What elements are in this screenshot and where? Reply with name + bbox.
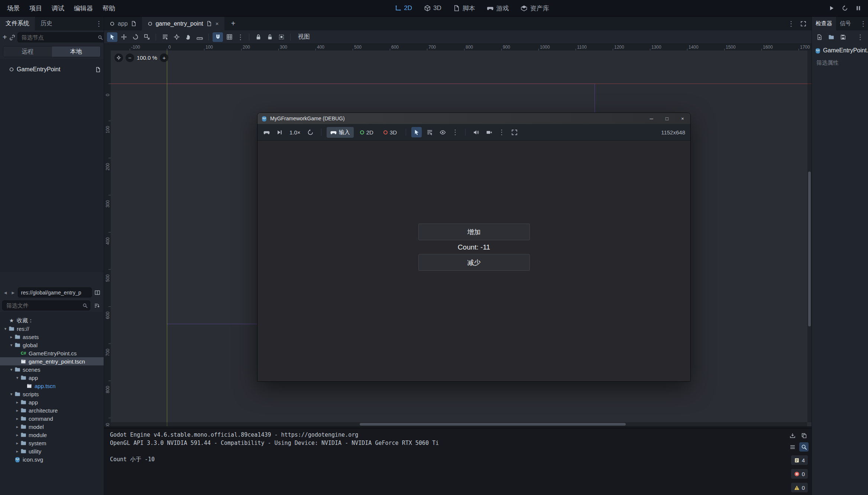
file-tree-item[interactable]: app.tscn (0, 382, 104, 390)
zoom-in-button[interactable]: + (160, 53, 168, 62)
collapse-icon[interactable]: ▾ (8, 392, 14, 397)
file-tree-item[interactable]: ▾res:// (0, 325, 104, 333)
tool-ruler-button[interactable] (194, 32, 205, 42)
view-menu-button[interactable]: 视图 (294, 33, 314, 41)
tab-signals[interactable]: 信号 (836, 17, 855, 30)
nav-back-button[interactable]: ◂ (2, 289, 9, 296)
expand-icon[interactable]: ▸ (14, 416, 20, 421)
inspector-dock-menu-button[interactable]: ⋮ (858, 17, 868, 30)
pick-options-button[interactable]: ⋮ (450, 128, 460, 136)
file-tree-item[interactable]: ▸system (0, 439, 104, 447)
file-tree-item[interactable]: ▾scripts (0, 390, 104, 398)
warning-count-badge[interactable]: 0 (791, 483, 808, 492)
filesystem-dock-menu-button[interactable]: ⋮ (94, 17, 104, 30)
tool-scale-button[interactable] (142, 32, 152, 42)
maximize-button[interactable]: □ (659, 113, 675, 124)
toggle-collapse-button[interactable] (788, 442, 797, 452)
zoom-out-button[interactable]: − (126, 53, 134, 62)
center-view-button[interactable] (114, 53, 123, 62)
file-tree-item[interactable]: ▸command (0, 414, 104, 423)
file-tree-item[interactable]: ▸utility (0, 447, 104, 455)
camera-override-button[interactable] (484, 127, 494, 137)
game-options-button[interactable]: ⋮ (497, 128, 506, 136)
inspected-node-row[interactable]: GameEntryPoint... (812, 45, 868, 56)
file-tree-item[interactable]: ▸module (0, 431, 104, 439)
expand-icon[interactable]: ▸ (14, 424, 20, 429)
file-tree-item[interactable]: ★收藏： (0, 316, 104, 325)
copy-output-button[interactable] (799, 431, 809, 440)
collapse-icon[interactable]: ▾ (8, 367, 14, 372)
sort-files-button[interactable] (93, 301, 101, 310)
workspace-tab-2d[interactable]: 2D (391, 3, 416, 14)
lock-node-button[interactable] (253, 32, 263, 42)
save-output-button[interactable] (788, 431, 797, 440)
workspace-tab-game[interactable]: 游戏 (483, 2, 513, 14)
load-resource-button[interactable] (827, 33, 836, 42)
reset-time-scale-button[interactable] (305, 127, 316, 137)
minimize-button[interactable]: ─ (644, 113, 659, 124)
mute-audio-button[interactable] (471, 127, 481, 137)
vertical-scrollbar[interactable] (807, 51, 812, 422)
game-window-titlebar[interactable]: MyGFrameworkGame (DEBUG) ─ □ × (258, 113, 690, 124)
scene-tree-root-node[interactable]: GameEntryPoint (0, 64, 104, 75)
collapse-icon[interactable]: ▾ (2, 326, 9, 331)
expand-icon[interactable]: ▸ (14, 449, 20, 454)
scrollbar-thumb[interactable] (808, 172, 811, 326)
script-icon[interactable] (95, 67, 101, 72)
expand-icon[interactable]: ▸ (14, 433, 20, 437)
expand-icon[interactable]: ▸ (8, 335, 14, 339)
inspector-menu-button[interactable]: ⋮ (855, 33, 865, 41)
tool-list-select-button[interactable] (160, 32, 170, 42)
file-tree-item[interactable]: ▾scenes (0, 365, 104, 374)
new-scene-tab-button[interactable]: + (224, 17, 242, 30)
menu-item[interactable]: 项目 (25, 0, 47, 17)
expand-icon[interactable]: ▸ (14, 408, 20, 413)
play-button[interactable] (826, 3, 837, 13)
instantiate-scene-button[interactable] (9, 33, 15, 42)
file-tree-item[interactable]: ▾global (0, 341, 104, 349)
pick-node-button[interactable] (411, 127, 422, 137)
menu-item[interactable]: 调试 (47, 0, 69, 17)
mode-3d-toggle[interactable]: 3D (380, 127, 401, 138)
remote-mode-tab[interactable]: 远程 (3, 46, 52, 57)
log-count-badge[interactable]: 4 (791, 455, 808, 465)
file-tree-item[interactable]: ▸model (0, 423, 104, 431)
file-tree-item[interactable]: icon.svg (0, 455, 104, 463)
input-mode-toggle[interactable]: 输入 (327, 127, 354, 138)
property-filter-input[interactable]: 筛选属性 (812, 58, 868, 68)
nav-forward-button[interactable]: ▸ (10, 289, 16, 296)
tool-select-button[interactable] (107, 32, 117, 42)
decrease-button[interactable]: 减少 (418, 254, 530, 271)
reload-button[interactable] (840, 3, 850, 13)
scene-tab-game-entry-point[interactable]: game_entry_point × (142, 17, 224, 30)
tab-history[interactable]: 历史 (35, 17, 58, 30)
tool-pivot-button[interactable] (171, 32, 182, 42)
expand-viewport-button[interactable] (799, 19, 808, 28)
close-tab-button[interactable]: × (216, 20, 219, 27)
workspace-tab-3d[interactable]: 3D (420, 3, 446, 14)
file-filter-input[interactable] (3, 302, 90, 309)
collapse-icon[interactable]: ▾ (8, 343, 14, 348)
tool-move-button[interactable] (119, 32, 129, 42)
collapse-icon[interactable]: ▾ (14, 375, 20, 380)
next-frame-button[interactable] (274, 127, 285, 137)
file-tree-item[interactable]: C#GameEntryPoint.cs (0, 349, 104, 357)
workspace-tab-script[interactable]: 脚本 (449, 2, 479, 14)
horizontal-scrollbar[interactable] (111, 422, 807, 426)
tool-pan-button[interactable] (183, 32, 193, 42)
grid-snap-toggle[interactable] (224, 32, 234, 42)
scene-filter-input[interactable] (18, 34, 105, 40)
scene-tabs-menu-button[interactable]: ⋮ (786, 20, 796, 28)
file-tree-item[interactable]: ▸architecture (0, 406, 104, 414)
save-resource-button[interactable] (839, 33, 848, 42)
mode-2d-toggle[interactable]: 2D (356, 127, 377, 138)
zoom-level-label[interactable]: 100.0 % (137, 55, 157, 61)
tab-filesystem[interactable]: 文件系统 (0, 17, 35, 30)
snap-options-button[interactable]: ⋮ (236, 33, 245, 41)
menu-item[interactable]: 场景 (2, 0, 25, 17)
split-view-button[interactable] (93, 288, 101, 297)
new-resource-button[interactable] (815, 33, 824, 42)
current-path-input[interactable] (18, 290, 91, 296)
expand-icon[interactable]: ▸ (14, 400, 20, 405)
time-scale-button[interactable]: 1.0× (287, 129, 303, 136)
